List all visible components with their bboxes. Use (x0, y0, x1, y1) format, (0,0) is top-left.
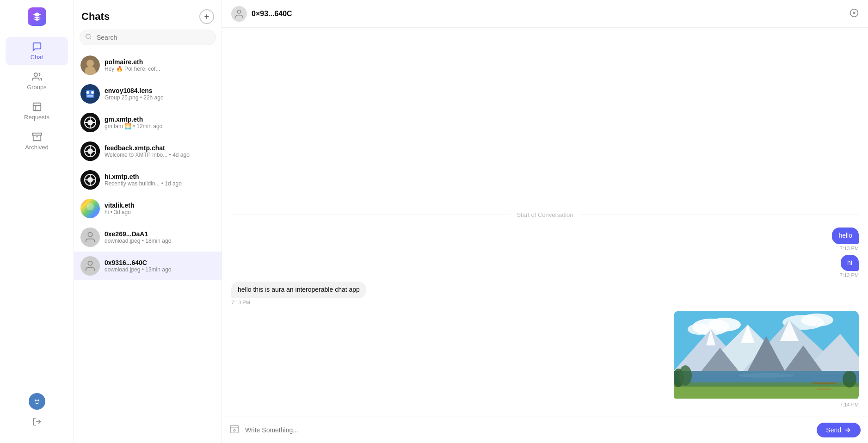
avatar-polmaire-img (80, 55, 100, 75)
chat-info-0x9316: 0x9316...640C download.jpeg • 13min ago (105, 259, 215, 273)
chat-name-feedback: feedback.xmtp.chat (105, 144, 215, 152)
chat-main: 0×93...640C Start of Conversation hello … (222, 0, 868, 443)
chat-preview-0x9316: download.jpeg • 13min ago (105, 266, 215, 273)
user-avatar-icon (31, 396, 43, 407)
svg-point-8 (37, 400, 39, 401)
avatar-polmaire (80, 55, 100, 75)
plus-icon (203, 13, 210, 20)
search-input[interactable] (80, 30, 216, 45)
svg-point-19 (86, 91, 89, 94)
svg-rect-18 (86, 90, 94, 98)
app-logo[interactable] (28, 7, 46, 26)
svg-point-48 (688, 324, 711, 335)
image-message[interactable] (674, 311, 859, 400)
chat-preview-envoy: Group 25.png • 22h ago (105, 94, 215, 101)
chat-header-left: 0×93...640C (231, 6, 292, 22)
chat-item-0xe269[interactable]: 0xe269...DaA1 download.jpeg • 18min ago … (74, 223, 222, 252)
avatar-vitalik-img (80, 199, 100, 218)
msg-time-4: 7:14 PM (840, 402, 859, 407)
avatar-vitalik (80, 199, 100, 218)
message-input[interactable] (245, 426, 811, 434)
chat-item-feedback[interactable]: feedback.xmtp.chat Welcome to XMTP Inbo.… (74, 137, 222, 166)
svg-line-13 (90, 38, 91, 39)
svg-rect-4 (32, 133, 41, 135)
user-avatar[interactable] (29, 393, 45, 410)
svg-point-40 (88, 261, 92, 265)
svg-rect-21 (87, 95, 93, 97)
logo-icon (32, 12, 42, 22)
chat-name-vitalik: vitalik.eth (105, 202, 215, 209)
chat-item-0x9316[interactable]: 0x9316...640C download.jpeg • 13min ago … (74, 252, 222, 280)
attach-icon (229, 424, 240, 434)
avatar-feedback (80, 142, 100, 161)
svg-point-63 (739, 373, 794, 378)
logout-button[interactable] (32, 417, 42, 428)
chat-header: 0×93...640C (222, 0, 868, 28)
chat-item-gmxmtp[interactable]: gm.xmtp.eth gm fam 🌅 • 12min ago ⋮ (74, 108, 222, 137)
chat-list-panel: Chats polmaire.eth (74, 0, 222, 443)
chat-info-feedback: feedback.xmtp.chat Welcome to XMTP Inbo.… (105, 144, 215, 158)
divider-right-line (579, 215, 859, 215)
avatar-feedback-img (80, 142, 100, 161)
divider-left-line (231, 215, 511, 215)
message-1: hello 7:13 PM (832, 228, 859, 251)
chat-info-0xe269: 0xe269...DaA1 download.jpeg • 18min ago (105, 230, 215, 244)
header-avatar (231, 6, 247, 22)
chat-name-0x9316: 0x9316...640C (105, 259, 215, 266)
svg-rect-64 (674, 386, 859, 399)
message-2: hi 7:13 PM (840, 255, 859, 278)
chat-item-envoy[interactable]: envoy1084.lens Group 25.png • 22h ago ⋮ (74, 80, 222, 108)
svg-point-38 (86, 203, 94, 210)
svg-rect-71 (231, 425, 239, 433)
logout-icon (32, 417, 42, 426)
mountain-image (674, 311, 859, 399)
svg-rect-66 (813, 382, 836, 384)
chat-preview-vitalik: hi • 3d ago (105, 209, 215, 215)
avatar-0xe269 (80, 228, 100, 247)
sidebar-item-chat[interactable]: Chat (6, 37, 68, 65)
svg-rect-67 (817, 388, 831, 390)
chat-name-envoy: envoy1084.lens (105, 87, 215, 94)
chat-icon (32, 42, 42, 52)
chat-info-gmxmtp: gm.xmtp.eth gm fam 🌅 • 12min ago (105, 116, 215, 129)
chat-info-envoy: envoy1084.lens Group 25.png • 22h ago (105, 87, 215, 101)
chat-item-vitalik[interactable]: vitalik.eth hi • 3d ago ⋮ (74, 194, 222, 223)
sidebar-item-groups[interactable]: Groups (6, 67, 68, 95)
chat-list-header: Chats (74, 0, 222, 30)
chat-item-polmaire[interactable]: polmaire.eth Hey 🔥 Pol here, cof... ⋮ (74, 51, 222, 80)
message-3: hello this is aura an interoperable chat… (231, 282, 366, 305)
send-button[interactable]: Send (817, 423, 861, 437)
sidebar-nav: Chat Groups Requests (0, 0, 74, 443)
send-icon (844, 426, 851, 434)
conversation-start-divider: Start of Conversation (231, 211, 859, 218)
svg-point-15 (86, 60, 94, 67)
divider-label: Start of Conversation (517, 211, 573, 218)
chat-name-0xe269: 0xe269...DaA1 (105, 230, 215, 238)
close-icon (850, 8, 859, 18)
new-chat-button[interactable] (199, 9, 214, 24)
sidebar-item-archived[interactable]: Archived (6, 127, 68, 155)
nav-bottom (21, 386, 53, 436)
avatar-hixmtp (80, 170, 100, 190)
svg-point-39 (88, 233, 92, 237)
close-chat-button[interactable] (850, 8, 859, 19)
svg-point-70 (843, 371, 856, 388)
chat-preview-hixmtp: Recently was buildin... • 1d ago (105, 180, 215, 187)
chat-item-hixmtp[interactable]: hi.xmtp.eth Recently was buildin... • 1d… (74, 166, 222, 194)
sidebar-requests-label: Requests (24, 114, 49, 121)
avatar-envoy-img (80, 84, 100, 104)
avatar-hixmtp-img (80, 170, 100, 190)
chat-name-gmxmtp: gm.xmtp.eth (105, 116, 215, 123)
chat-list-title: Chats (81, 11, 110, 23)
bubble-2: hi (841, 255, 859, 271)
attach-button[interactable] (229, 424, 240, 436)
input-area: Send (222, 417, 868, 443)
send-label: Send (826, 426, 841, 434)
header-avatar-icon (234, 9, 244, 19)
chat-info-polmaire: polmaire.eth Hey 🔥 Pol here, cof... (105, 58, 215, 72)
avatar-envoy (80, 84, 100, 104)
sidebar-item-requests[interactable]: Requests (6, 97, 68, 125)
message-4[interactable]: 7:14 PM (674, 309, 859, 407)
avatar-0x9316 (80, 256, 100, 276)
sidebar-chat-label: Chat (31, 54, 43, 61)
